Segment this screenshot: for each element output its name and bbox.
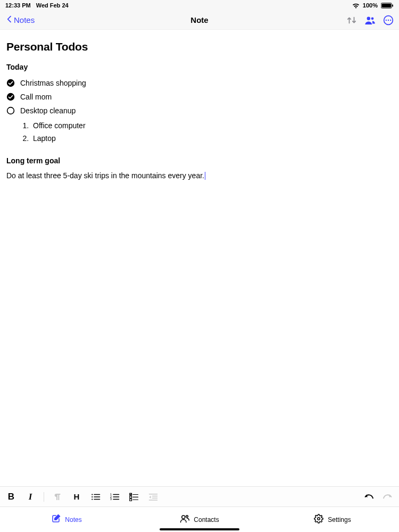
svg-rect-28	[130, 498, 132, 501]
chevron-left-icon	[5, 15, 14, 25]
back-button[interactable]: Notes	[5, 15, 35, 25]
more-icon[interactable]	[383, 15, 394, 26]
paragraph: Do at least three 5-day ski trips in the…	[6, 171, 204, 180]
status-date: Wed Feb 24	[36, 2, 69, 9]
note-content[interactable]: Personal Todos Today Christmas shopping …	[0, 30, 399, 181]
numbered-list-button[interactable]: 123	[109, 491, 121, 503]
todo-label: Christmas shopping	[20, 79, 86, 87]
note-title: Personal Todos	[6, 40, 393, 53]
svg-point-35	[186, 516, 188, 518]
separator	[44, 492, 44, 502]
page-title: Note	[190, 15, 208, 24]
svg-point-9	[7, 79, 14, 87]
format-toolbar: B I H 123	[0, 486, 399, 506]
tab-settings[interactable]: Settings	[266, 507, 399, 532]
svg-point-11	[7, 107, 14, 114]
svg-point-8	[390, 19, 391, 20]
svg-point-34	[182, 516, 185, 519]
todo-label: Desktop cleanup	[20, 106, 76, 115]
svg-point-14	[92, 496, 93, 497]
redo-button[interactable]	[382, 491, 394, 503]
paragraph-line[interactable]: Do at least three 5-day ski trips in the…	[6, 170, 393, 181]
svg-point-4	[371, 17, 374, 20]
checkbox-checked-icon[interactable]	[6, 93, 15, 101]
svg-point-12	[92, 494, 93, 495]
svg-rect-26	[130, 496, 132, 498]
checklist-button[interactable]	[128, 491, 140, 503]
tab-label: Notes	[65, 516, 81, 523]
checkbox-unchecked-icon[interactable]	[6, 106, 15, 115]
wifi-icon	[352, 3, 360, 9]
tab-label: Settings	[328, 516, 351, 523]
sort-icon[interactable]	[346, 15, 358, 25]
svg-rect-1	[381, 3, 391, 7]
contacts-icon	[180, 514, 189, 525]
svg-point-10	[7, 93, 14, 101]
text-caret	[205, 172, 205, 180]
section-heading-today: Today	[6, 63, 393, 71]
todo-list: Christmas shopping Call mom Desktop clea…	[6, 79, 393, 115]
svg-point-16	[92, 498, 93, 500]
todo-item[interactable]: Call mom	[6, 93, 393, 101]
paragraph-style-button[interactable]	[52, 491, 63, 503]
compose-icon	[51, 514, 61, 525]
checkbox-checked-icon[interactable]	[6, 79, 15, 87]
svg-rect-2	[392, 4, 393, 6]
back-label: Notes	[14, 15, 35, 24]
people-icon[interactable]	[365, 16, 376, 24]
svg-text:3: 3	[110, 497, 112, 501]
svg-point-7	[388, 19, 389, 20]
outdent-button[interactable]	[147, 491, 159, 503]
status-bar: 12:33 PM Wed Feb 24 100%	[0, 0, 399, 11]
gear-icon	[314, 514, 323, 525]
undo-button[interactable]	[363, 491, 375, 503]
battery-icon	[381, 3, 394, 9]
italic-button[interactable]: I	[24, 491, 36, 503]
tab-label: Contacts	[194, 516, 219, 523]
list-item[interactable]: Office computer	[31, 119, 393, 132]
svg-point-36	[318, 518, 320, 520]
svg-point-6	[386, 19, 387, 20]
list-item[interactable]: Laptop	[31, 132, 393, 145]
status-time: 12:33 PM	[5, 2, 31, 9]
heading-button[interactable]: H	[71, 491, 82, 503]
section-heading-longterm: Long term goal	[6, 156, 393, 165]
todo-label: Call mom	[20, 93, 52, 101]
svg-point-3	[367, 16, 370, 20]
home-indicator[interactable]	[160, 528, 239, 530]
nav-header: Notes Note	[0, 11, 399, 30]
ordered-sublist: Office computer Laptop	[6, 119, 393, 145]
bullet-list-button[interactable]	[90, 491, 102, 503]
todo-item[interactable]: Christmas shopping	[6, 79, 393, 87]
todo-item[interactable]: Desktop cleanup	[6, 106, 393, 115]
bold-button[interactable]: B	[5, 491, 17, 503]
tab-notes[interactable]: Notes	[0, 507, 133, 532]
status-battery-pct: 100%	[363, 2, 378, 9]
